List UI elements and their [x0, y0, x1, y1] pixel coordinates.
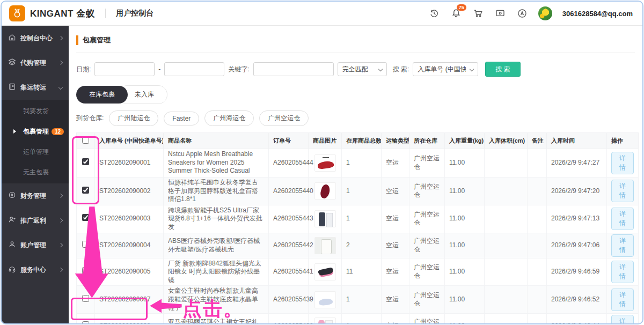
action-cell: 详情: [607, 314, 639, 323]
order-number-link[interactable]: A2602055438: [269, 314, 309, 323]
sidebar-item-purchasing[interactable]: 代购管理: [2, 50, 69, 75]
inbound-number-link[interactable]: ST202602090007: [95, 286, 164, 314]
transport-type-cell: 空运: [382, 205, 409, 233]
header-divider: [105, 9, 106, 18]
detail-button[interactable]: 详情: [611, 234, 634, 257]
order-number-link[interactable]: A2602055443: [269, 205, 309, 233]
match-mode-select[interactable]: 完全匹配: [338, 62, 387, 76]
sidebar-item-account[interactable]: 账户管理: [2, 233, 69, 257]
row-checkbox[interactable]: [82, 241, 89, 248]
keyword-input[interactable]: [253, 62, 334, 76]
row-checkbox[interactable]: [82, 187, 89, 194]
sidebar-item-i-want-to-ship[interactable]: 我要发货: [2, 101, 69, 121]
inbound-number-link[interactable]: ST202602090003: [95, 205, 164, 233]
dress-image: [314, 317, 336, 323]
sidebar-item-referral[interactable]: 推广返利: [2, 208, 69, 233]
warehouse-pill-gz-sea[interactable]: 广州海运仓: [204, 110, 254, 126]
row-checkbox-cell: [77, 149, 95, 178]
page-title: 包裹管理: [76, 35, 635, 45]
sidebar-item-package-management[interactable]: 包裹管理 12: [2, 121, 69, 142]
order-number-link[interactable]: A2602055440: [269, 178, 309, 205]
referral-icon: [8, 216, 16, 225]
inbound-time-cell: 2026/2/9 9:46:52: [547, 286, 607, 314]
history-icon[interactable]: [428, 8, 440, 19]
monitor-icon[interactable]: [494, 8, 506, 19]
chevron-down-icon: [378, 67, 382, 71]
date-to-input[interactable]: [164, 62, 224, 76]
warehouse-cell: 广州空运仓: [409, 286, 445, 314]
quantity-link[interactable]: 1: [342, 286, 382, 314]
sidebar-item-consolidation[interactable]: 集运转运: [2, 75, 69, 100]
select-all-checkbox[interactable]: [82, 137, 89, 144]
quantity-link[interactable]: 2: [342, 233, 382, 258]
quantity-link[interactable]: 1: [342, 205, 382, 233]
search-button[interactable]: 搜 索: [485, 62, 520, 77]
warehouse-filter-label: 到货仓库:: [76, 114, 104, 123]
inbound-time-cell: 2026/2/9 9:46:44: [547, 314, 607, 323]
sidebar-item-waybill-management[interactable]: 运单管理: [2, 142, 69, 162]
kids-shoe-image: [314, 291, 336, 308]
inbound-number-link[interactable]: ST202602090008: [95, 314, 164, 323]
order-number-link[interactable]: A2602055441: [269, 258, 309, 286]
inbound-time-cell: 2026/2/9 9:47:13: [547, 205, 607, 233]
product-name-cell: Nstcu Apple Mesh Breathable Sneakers for…: [164, 149, 269, 178]
sidebar-item-console-center[interactable]: 控制台中心: [2, 26, 69, 50]
a-circle-icon[interactable]: [516, 8, 528, 19]
detail-button[interactable]: 详情: [611, 152, 634, 174]
inbound-number-link[interactable]: ST202602090002: [95, 178, 164, 205]
warehouse-pill-faster[interactable]: Faster: [164, 112, 199, 125]
notifications-bell-icon[interactable]: 75: [450, 8, 462, 19]
date-range-separator: -: [158, 65, 160, 73]
transport-type-cell: 空运: [382, 286, 409, 314]
detail-button[interactable]: 详情: [611, 315, 634, 323]
volume-cell: [485, 205, 528, 233]
table-row: ST202602090001Nstcu Apple Mesh Breathabl…: [77, 149, 639, 178]
row-checkbox[interactable]: [82, 321, 89, 323]
row-checkbox[interactable]: [82, 158, 89, 165]
chevron-down-icon: [470, 67, 474, 71]
note-cell: [528, 205, 547, 233]
date-from-input[interactable]: [94, 62, 155, 76]
warehouse-pill-gz-land[interactable]: 广州陆运仓: [109, 110, 158, 126]
detail-button[interactable]: 详情: [611, 289, 634, 311]
sidebar-item-service-center[interactable]: 服务中心: [2, 257, 69, 282]
order-number-link[interactable]: A2602055442: [269, 233, 309, 258]
table-row: ST202602090007女童公主鞋时尚春秋新款儿童高跟鞋爱莎公主鞋软底皮鞋水…: [77, 286, 639, 314]
sidebar-item-finance[interactable]: 财务管理: [2, 183, 69, 208]
table-row: ST202602090008亚马逊玛丽瑟琪公主裙女王妃礼服粉色公主演出服粉黄双色…: [77, 314, 639, 323]
page-app-title: 用户控制台: [116, 9, 153, 18]
quantity-link[interactable]: 1: [342, 314, 382, 323]
tab-in-warehouse[interactable]: 在库包裹: [76, 86, 128, 104]
weight-cell: 11.00: [445, 233, 485, 258]
user-email[interactable]: 3061628584@qq.com: [562, 10, 633, 18]
col-warehouse: 所在仓库: [409, 133, 445, 149]
quantity-link[interactable]: 11: [342, 258, 382, 286]
sidebar-item-unclaimed-packages[interactable]: 无主包裹: [2, 162, 69, 182]
inbound-number-link[interactable]: ST202602090004: [95, 233, 164, 258]
row-checkbox-cell: [77, 286, 95, 314]
service-icon: [8, 265, 16, 275]
main-content: 包裹管理 日期: - 关键字: 完全匹配 搜 索: 入库单号 (中国快 搜 索 …: [69, 26, 642, 323]
detail-button[interactable]: 详情: [611, 180, 634, 202]
cart-icon[interactable]: [472, 8, 484, 19]
user-avatar[interactable]: [538, 6, 552, 20]
order-number-link[interactable]: A2602055444: [269, 149, 309, 178]
detail-button[interactable]: 详情: [611, 261, 634, 283]
product-name-text: 恒源祥纯羊毛围巾女秋冬季复古格子加厚男围脖韩版送礼盒百搭情侣1.8*1: [168, 179, 264, 204]
row-checkbox[interactable]: [82, 295, 89, 302]
row-checkbox[interactable]: [82, 267, 89, 274]
action-cell: 详情: [607, 205, 639, 233]
row-checkbox[interactable]: [82, 214, 89, 221]
quantity-link[interactable]: 1: [342, 149, 382, 178]
warehouse-pill-gz-air[interactable]: 广州空运仓: [259, 110, 309, 126]
inbound-number-link[interactable]: ST202602090001: [95, 149, 164, 178]
quantity-link[interactable]: 1: [342, 178, 382, 205]
search-type-select[interactable]: 入库单号 (中国快: [413, 62, 478, 76]
table-header-row: 入库单号 (中国快递单号) 商品名称 订单号 商品图片 在库商品总数 运输类型 …: [77, 133, 639, 149]
inbound-number-link[interactable]: ST202602090005: [95, 258, 164, 286]
detail-button[interactable]: 详情: [611, 208, 634, 230]
order-number-link[interactable]: A2602055439: [269, 286, 309, 314]
product-name-cell: 跨境爆款智能手机S25 Ultra厂家现货6.8寸1+16一体机外贸代发批发: [164, 205, 269, 233]
sidebar-submenu: 我要发货 包裹管理 12 运单管理 无主包裹: [2, 100, 69, 183]
product-name-text: 亚马逊玛丽瑟琪公主裙女王妃礼服粉色公主演出服粉黄双色可选: [168, 318, 264, 323]
